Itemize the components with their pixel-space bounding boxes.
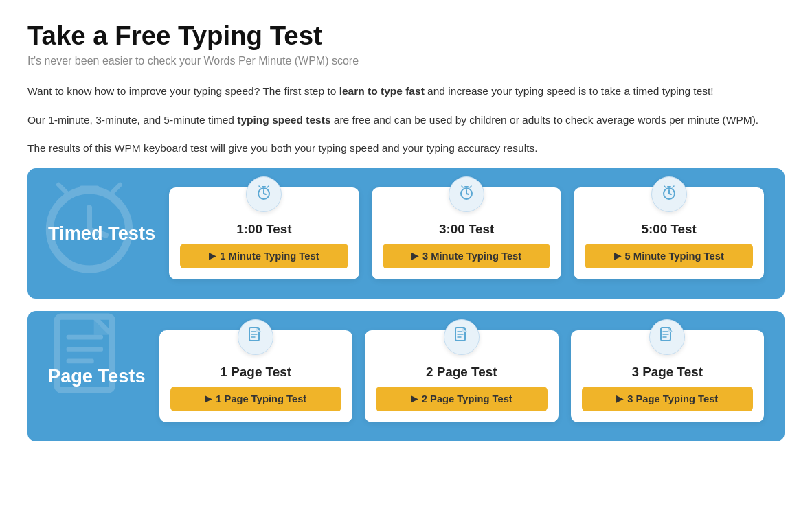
svg-rect-3 xyxy=(78,185,100,193)
play-arrow-icon-5: ▶ xyxy=(411,393,418,404)
page-subtitle: It's never been easier to check your Wor… xyxy=(27,55,785,67)
svg-rect-25 xyxy=(67,335,103,340)
svg-line-4 xyxy=(58,185,67,194)
intro-para-2: Our 1-minute, 3-minute, and 5-minute tim… xyxy=(27,111,785,129)
timed-card-2-button[interactable]: ▶ 3 Minute Typing Test xyxy=(383,244,551,268)
timed-card-1: 1:00 Test ▶ 1 Minute Typing Test xyxy=(169,187,359,279)
svg-line-20 xyxy=(669,194,671,194)
page-card-1-button[interactable]: ▶ 1 Page Typing Test xyxy=(170,387,341,411)
page-card-1-title: 1 Page Test xyxy=(221,365,291,380)
svg-rect-9 xyxy=(262,186,266,187)
timed-card-3-title: 5:00 Test xyxy=(642,222,697,237)
svg-line-16 xyxy=(462,186,463,187)
page-icon-3 xyxy=(659,327,675,347)
timed-card-3-icon-wrapper xyxy=(651,176,687,212)
timed-card-1-title: 1:00 Test xyxy=(236,222,291,237)
page-card-3: 3 Page Test ▶ 3 Page Typing Test xyxy=(571,330,764,422)
timed-tests-label: Timed Tests xyxy=(48,222,155,244)
page-tests-section: Page Tests 1 Page Test ▶ xyxy=(27,311,785,441)
svg-line-11 xyxy=(267,186,269,187)
play-arrow-icon-6: ▶ xyxy=(616,393,623,404)
timed-card-1-icon-wrapper xyxy=(246,176,282,212)
page-icon-1 xyxy=(248,327,263,347)
page-card-1-icon-wrapper xyxy=(238,319,273,355)
page-card-3-button[interactable]: ▶ 3 Page Typing Test xyxy=(582,387,753,411)
timed-card-2-icon-wrapper xyxy=(449,176,484,212)
stopwatch-icon-3 xyxy=(661,184,677,205)
intro-para-3: The results of this WPM keyboard test wi… xyxy=(27,139,785,157)
play-arrow-icon-3: ▶ xyxy=(614,251,621,261)
play-arrow-icon: ▶ xyxy=(209,251,216,261)
timed-tests-section: Timed Tests 1:00 Test ▶ 1 xyxy=(27,168,785,299)
play-arrow-icon-2: ▶ xyxy=(411,251,418,261)
timed-card-3: 5:00 Test ▶ 5 Minute Typing Test xyxy=(574,187,764,279)
page-card-1: 1 Page Test ▶ 1 Page Typing Test xyxy=(159,330,352,422)
timed-card-1-button[interactable]: ▶ 1 Minute Typing Test xyxy=(180,244,348,268)
timed-card-2-title: 3:00 Test xyxy=(439,222,494,237)
page-card-2-icon-wrapper xyxy=(444,319,480,355)
svg-line-17 xyxy=(470,186,471,187)
svg-line-23 xyxy=(673,186,674,187)
page-card-2-title: 2 Page Test xyxy=(426,365,497,380)
page-card-2-button[interactable]: ▶ 2 Page Typing Test xyxy=(376,387,547,411)
page-card-2: 2 Page Test ▶ 2 Page Typing Test xyxy=(365,330,558,422)
svg-rect-15 xyxy=(464,186,469,187)
stopwatch-icon-2 xyxy=(458,184,475,205)
play-arrow-icon-4: ▶ xyxy=(205,393,212,404)
intro-para-1: Want to know how to improve your typing … xyxy=(27,82,785,100)
page-cards-container: 1 Page Test ▶ 1 Page Typing Test xyxy=(159,330,764,422)
stopwatch-icon-1 xyxy=(256,184,272,205)
svg-line-14 xyxy=(466,194,469,194)
timed-card-2: 3:00 Test ▶ 3 Minute Typing Test xyxy=(372,187,562,279)
timed-card-3-button[interactable]: ▶ 5 Minute Typing Test xyxy=(585,244,753,268)
svg-rect-27 xyxy=(67,358,94,363)
page-title: Take a Free Typing Test xyxy=(27,21,785,51)
svg-line-22 xyxy=(664,186,666,187)
svg-line-8 xyxy=(264,194,266,194)
page-icon-2 xyxy=(454,327,469,347)
page-card-3-icon-wrapper xyxy=(649,319,685,355)
svg-rect-21 xyxy=(667,186,671,187)
svg-rect-26 xyxy=(67,347,103,352)
svg-line-5 xyxy=(111,185,120,194)
page-tests-label: Page Tests xyxy=(48,365,146,387)
page-card-3-title: 3 Page Test xyxy=(632,365,703,380)
svg-line-10 xyxy=(259,186,260,187)
timed-cards-container: 1:00 Test ▶ 1 Minute Typing Test xyxy=(169,187,764,279)
